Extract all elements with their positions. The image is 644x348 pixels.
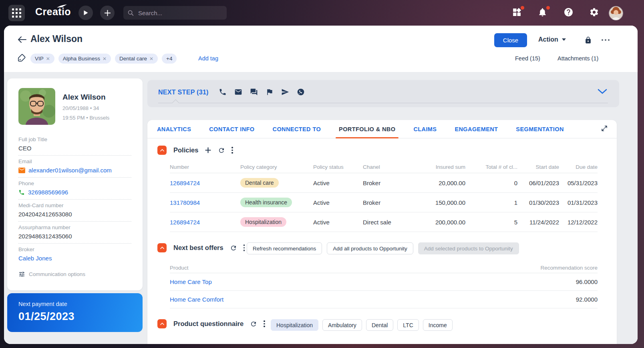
tag-chip[interactable]: Dental care ✕ [115,54,158,64]
tag-overflow-chip[interactable]: +4 [162,54,177,64]
refresh-questionnaire-button[interactable] [250,320,257,328]
record-page-panel: Alex Wilson Close Action VIP ✕ Alpha Bus… [4,26,638,344]
col-start-date[interactable]: Start date [517,164,559,170]
marketplace-button[interactable] [512,7,523,18]
nbo-row[interactable]: Home Care Top 96.0000 [170,273,598,291]
communication-options-label: Communication options [29,271,85,277]
call-button[interactable] [219,88,227,96]
policies-section-header: Policies [157,146,233,155]
settings-button[interactable] [589,7,600,18]
help-button[interactable] [564,7,575,18]
whatsapp-button[interactable] [297,88,305,96]
back-arrow-icon [18,36,26,43]
action-dropdown[interactable]: Action [538,36,566,43]
collapse-policies-button[interactable] [157,146,167,155]
notifications-button[interactable] [537,7,549,18]
tag-chip[interactable]: VIP ✕ [30,54,54,64]
chip-dental[interactable]: Dental [366,319,393,331]
process-run-button[interactable] [78,6,93,20]
back-button[interactable] [18,36,26,43]
email-button[interactable] [234,88,242,96]
feed-link[interactable]: Feed (15) [515,55,540,62]
nbo-row[interactable]: Home Care Comfort 92.0000 [170,291,598,308]
add-policy-button[interactable] [205,147,211,154]
tab-portfolio-nbo[interactable]: PORTFOLIO & NBO [339,120,395,138]
col-due-date[interactable]: Due date [559,164,598,170]
policy-row[interactable]: 126894724 Dental care Active Broker 20,0… [170,173,598,193]
policy-number-link[interactable]: 126894724 [170,180,200,186]
policy-status: Active [313,180,363,186]
add-selected-products-button[interactable]: Add selected products to Opportunity [418,242,519,254]
col-recommendation-score[interactable]: Recommendation score [517,265,598,271]
tab-segmentation[interactable]: SEGMENTATION [516,120,564,138]
col-policy-status[interactable]: Policy status [313,164,363,170]
collapse-next-step-button[interactable] [598,89,607,94]
tab-analytics[interactable]: ANALYTICS [157,120,191,138]
refresh-nbo-button[interactable] [230,244,237,252]
tags-button[interactable] [18,54,26,62]
quick-add-button[interactable] [100,6,115,20]
more-actions-button[interactable] [602,39,610,41]
refresh-icon [218,147,225,154]
collapse-nbo-button[interactable] [157,243,167,252]
chevron-up-icon [159,321,165,327]
chip-hospitalization[interactable]: Hospitalization [271,319,318,331]
policies-title: Policies [173,146,198,154]
phone-link[interactable]: 326988569696 [28,189,68,196]
tag-chip[interactable]: Alpha Business ✕ [58,54,111,64]
send-button[interactable] [281,88,289,96]
broker-link[interactable]: Caleb Jones [18,255,52,262]
policy-row[interactable]: 126894724 Hospitalization Active Direct … [170,212,598,232]
refresh-icon [250,320,257,328]
communication-options-button[interactable]: Communication options [18,271,131,278]
collapse-questionnaire-button[interactable] [157,319,167,328]
chat-button[interactable] [250,88,258,96]
remove-tag-icon[interactable]: ✕ [103,56,107,62]
search-input[interactable] [137,9,219,17]
col-total-claims[interactable]: Total # of cl... [465,164,517,170]
contact-name: Alex Wilson [62,88,131,102]
email-link[interactable]: alexander01wilson@gmail.com [28,167,112,174]
flag-button[interactable] [266,88,274,96]
app-launcher-button[interactable] [8,5,25,21]
tab-connected-to[interactable]: CONNECTED TO [273,120,321,138]
payment-label: Next payment date [18,301,131,307]
col-insured-sum[interactable]: Insured sum [419,164,465,170]
chip-income[interactable]: Income [423,319,453,331]
attachments-link[interactable]: Attachments (1) [557,55,598,62]
remove-tag-icon[interactable]: ✕ [149,56,153,62]
policies-menu-button[interactable] [231,147,233,154]
col-chanel[interactable]: Chanel [363,164,419,170]
nbo-menu-button[interactable] [244,244,245,251]
tab-engagement[interactable]: ENGAGEMENT [455,120,498,138]
add-tag-link[interactable]: Add tag [198,55,218,62]
chip-ambulatory[interactable]: Ambulatory [322,319,362,331]
policy-start-date: 06/01/2023 [517,180,559,186]
add-all-products-button[interactable]: Add all products to Opportunity [327,242,413,254]
refresh-recommendations-button[interactable]: Refresh recommendations [247,242,322,254]
global-search[interactable] [123,6,227,20]
next-step-bar: NEXT STEP (31) [147,80,619,107]
tab-claims[interactable]: CLAIMS [413,120,437,138]
col-policy-category[interactable]: Policy category [240,164,313,170]
contact-local-time: 19:55 PM • Brussels [62,115,131,121]
policy-row[interactable]: 131780984 Health insurance Active Broker… [170,193,598,212]
col-number[interactable]: Number [170,164,240,170]
refresh-policies-button[interactable] [218,147,225,154]
col-product[interactable]: Product [170,265,517,271]
next-step-link[interactable]: NEXT STEP (31) [158,89,209,96]
policy-number-link[interactable]: 131780984 [170,199,200,206]
policy-status: Active [313,199,363,206]
chip-ltc[interactable]: LTC [397,319,419,331]
user-avatar[interactable] [609,6,623,20]
lock-button[interactable] [584,36,592,44]
contact-photo[interactable] [18,88,55,125]
expand-button[interactable] [601,125,608,132]
tab-contact-info[interactable]: CONTACT INFO [209,120,254,138]
questionnaire-menu-button[interactable] [264,320,265,327]
product-link[interactable]: Home Care Comfort [170,296,223,303]
product-link[interactable]: Home Care Top [170,278,212,285]
policy-number-link[interactable]: 126894724 [170,219,200,226]
remove-tag-icon[interactable]: ✕ [46,56,50,62]
close-button[interactable]: Close [494,33,527,47]
